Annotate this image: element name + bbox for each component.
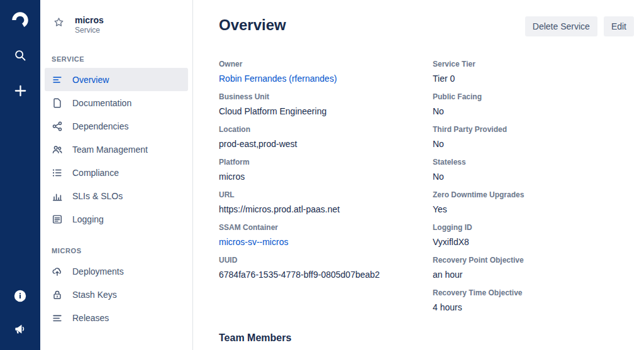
sidebar-item-compliance[interactable]: Compliance	[45, 161, 188, 184]
edit-button[interactable]: Edit	[604, 16, 634, 36]
rail-top-group	[9, 9, 31, 102]
field-label: Stateless	[433, 158, 634, 167]
field-platform: Platform micros	[219, 158, 433, 182]
app-window: micros Service SERVICE Overview Document…	[0, 0, 644, 350]
field-label: Logging ID	[433, 223, 634, 232]
sidebar-item-releases[interactable]: Releases	[45, 306, 188, 329]
field-value: 4 hours	[433, 302, 634, 313]
sidebar-item-dependencies[interactable]: Dependencies	[45, 114, 188, 138]
main-content: Overview Delete Service Edit Owner Robin…	[193, 0, 644, 350]
sidebar-item-label: Dependencies	[72, 121, 129, 131]
sidebar-item-label: Deployments	[72, 266, 124, 276]
field-label: SSAM Container	[219, 223, 433, 232]
document-icon	[52, 97, 63, 109]
lock-icon	[52, 289, 63, 300]
field-third-party-provided: Third Party Provided No	[433, 125, 634, 150]
field-recovery-time-objective: Recovery Time Objective 4 hours	[433, 288, 634, 313]
team-members-section: Team Members Jeremy Baumont (jbaumo… (bu…	[219, 332, 634, 350]
owner-link[interactable]: Robin Fernandes (rfernandes)	[219, 73, 433, 84]
field-label: UUID	[219, 256, 433, 265]
field-stateless: Stateless No	[433, 158, 634, 182]
favorite-star-icon[interactable]	[52, 15, 65, 29]
field-zero-downtime-upgrades: Zero Downtime Upgrades Yes	[433, 190, 634, 215]
cloud-upload-icon	[52, 266, 63, 277]
field-location: Location prod-east,prod-west	[219, 125, 433, 150]
field-label: Owner	[219, 60, 433, 69]
bar-chart-icon	[52, 190, 63, 202]
search-icon[interactable]	[9, 44, 31, 67]
sidebar-item-label: Documentation	[72, 98, 131, 108]
fields-right-column: Service Tier Tier 0 Public Facing No Thi…	[433, 60, 634, 321]
field-service-tier: Service Tier Tier 0	[433, 60, 634, 84]
service-identity: micros Service	[75, 15, 104, 35]
field-value: Cloud Platform Engineering	[219, 106, 433, 117]
create-icon[interactable]	[9, 79, 31, 102]
people-icon	[52, 144, 63, 155]
field-public-facing: Public Facing No	[433, 92, 634, 117]
field-label: Third Party Provided	[433, 125, 634, 134]
sidebar-header: micros Service	[40, 15, 192, 39]
rail-bottom-group	[9, 285, 31, 340]
sidebar-item-label: Stash Keys	[72, 290, 117, 300]
sidebar-item-label: SLIs & SLOs	[72, 191, 123, 201]
field-value: micros	[219, 171, 433, 182]
log-panel-icon	[52, 214, 63, 225]
field-value: https://micros.prod.atl-paas.net	[219, 204, 433, 215]
field-owner: Owner Robin Fernandes (rfernandes)	[219, 60, 433, 84]
main-header: Overview Delete Service Edit	[219, 15, 634, 36]
sidebar-item-label: Releases	[72, 313, 109, 323]
section-title-micros: MICROS	[40, 247, 192, 254]
graph-icon	[52, 121, 63, 132]
service-kind: Service	[75, 25, 104, 35]
field-label: Platform	[219, 158, 433, 167]
field-value: VyxifldX8	[433, 236, 634, 248]
field-value: No	[433, 138, 634, 150]
global-nav-rail	[0, 0, 40, 350]
field-label: Business Unit	[219, 92, 433, 102]
sidebar-item-documentation[interactable]: Documentation	[45, 91, 188, 114]
logo-icon	[9, 9, 31, 31]
section-title-service: SERVICE	[40, 55, 192, 63]
field-label: URL	[219, 190, 433, 200]
field-value: 6784fa76-1535-4778-bff9-0805d07beab2	[219, 269, 433, 280]
sidebar-item-label: Logging	[72, 214, 104, 224]
sidebar-item-label: Team Management	[72, 145, 148, 155]
field-url: URL https://micros.prod.atl-paas.net	[219, 190, 433, 215]
sidebar-item-slis-slos[interactable]: SLIs & SLOs	[45, 184, 188, 207]
field-label: Zero Downtime Upgrades	[433, 190, 634, 200]
sidebar-item-logging[interactable]: Logging	[45, 207, 188, 231]
announcement-icon[interactable]	[9, 317, 31, 340]
field-logging-id: Logging ID VyxifldX8	[433, 223, 634, 248]
sidebar-item-overview[interactable]: Overview	[45, 68, 188, 91]
sidebar-item-stash-keys[interactable]: Stash Keys	[45, 283, 188, 306]
field-recovery-point-objective: Recovery Point Objective an hour	[433, 256, 634, 280]
field-business-unit: Business Unit Cloud Platform Engineering	[219, 92, 433, 117]
field-label: Location	[219, 125, 433, 134]
field-value: No	[433, 171, 634, 182]
team-members-title: Team Members	[219, 332, 634, 344]
service-fields: Owner Robin Fernandes (rfernandes) Busin…	[219, 60, 634, 321]
sidebar-item-label: Compliance	[72, 168, 119, 178]
ssam-container-link[interactable]: micros-sv--micros	[219, 236, 433, 248]
field-label: Recovery Time Objective	[433, 288, 634, 298]
info-icon[interactable]	[9, 285, 31, 307]
sidebar-item-deployments[interactable]: Deployments	[45, 260, 188, 283]
service-sidebar: micros Service SERVICE Overview Document…	[40, 0, 193, 350]
field-value: an hour	[433, 269, 634, 280]
sidebar-item-label: Overview	[72, 75, 109, 85]
field-label: Public Facing	[433, 92, 634, 102]
field-value: No	[433, 106, 634, 117]
sidebar-item-team-management[interactable]: Team Management	[45, 138, 188, 161]
fields-left-column: Owner Robin Fernandes (rfernandes) Busin…	[219, 60, 433, 321]
field-value: Tier 0	[433, 73, 634, 84]
delete-service-button[interactable]: Delete Service	[525, 16, 597, 36]
field-label: Service Tier	[433, 60, 634, 69]
field-ssam-container: SSAM Container micros-sv--micros	[219, 223, 433, 248]
service-name: micros	[75, 15, 104, 25]
list-icon	[52, 167, 63, 178]
field-label: Recovery Point Objective	[433, 256, 634, 265]
field-uuid: UUID 6784fa76-1535-4778-bff9-0805d07beab…	[219, 256, 433, 280]
app-logo[interactable]	[9, 9, 31, 31]
overview-lines-icon	[52, 74, 63, 85]
page-title: Overview	[219, 15, 286, 35]
